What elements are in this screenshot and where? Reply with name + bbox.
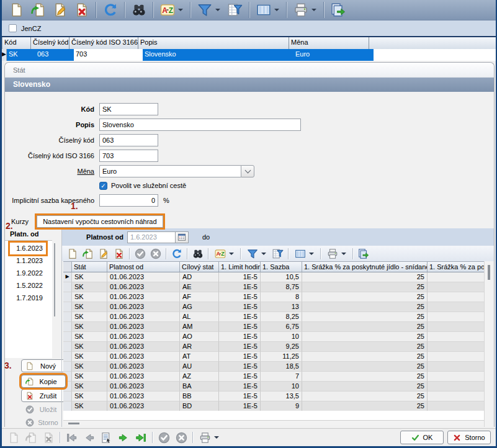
- filter-button[interactable]: [194, 1, 224, 19]
- table-row[interactable]: SK01.06.2023AT1E-511,2525: [63, 352, 486, 362]
- validity-date-item[interactable]: 1.5.2022: [10, 280, 46, 292]
- validity-date-item[interactable]: 1.6.2023: [10, 243, 46, 254]
- kapesne-input[interactable]: [99, 194, 158, 207]
- tab-nastaveni-nahrad[interactable]: Nastavení vypočtu cestovních náhrad: [37, 215, 163, 228]
- copy-button[interactable]: [27, 1, 49, 19]
- povolit-checkbox[interactable]: ✓: [99, 182, 107, 190]
- print-button[interactable]: [290, 1, 320, 19]
- column-header[interactable]: 1. Srážka % za poskytnuté jídlo - snídan…: [302, 262, 428, 272]
- platnost-od-input[interactable]: [127, 231, 176, 243]
- nový-side-button[interactable]: Nový: [21, 359, 66, 372]
- column-header[interactable]: 1. Sazba: [261, 262, 302, 272]
- table-row[interactable]: ▶SK01.06.2023AD1E-510,525: [63, 272, 486, 282]
- table-cell: [428, 342, 486, 352]
- filter-grid-button[interactable]: [224, 1, 246, 19]
- nav-first-button[interactable]: [63, 430, 80, 445]
- table-row[interactable]: SK01.06.2023BA1E-51025: [63, 382, 486, 392]
- vscroll-thumb[interactable]: [488, 265, 490, 280]
- table-cell: 25: [302, 382, 428, 392]
- validity-date-item[interactable]: 1.7.2019: [10, 292, 46, 304]
- nav-last-button[interactable]: [132, 430, 150, 445]
- storno-button[interactable]: Storno: [447, 431, 491, 444]
- print-button[interactable]: [195, 430, 223, 445]
- toolbar-separator: [152, 432, 153, 443]
- find-button[interactable]: [190, 247, 205, 261]
- table-cell: [428, 401, 486, 411]
- table-row[interactable]: SK01.06.2023AF1E-5825: [63, 292, 486, 302]
- validity-list-scrollbar[interactable]: [54, 243, 55, 316]
- table-row[interactable]: SK01.06.2023AU1E-518,525: [63, 362, 486, 372]
- table-row[interactable]: SK01.06.2023BD1E-5925: [63, 401, 486, 411]
- countries-grid: KódČíselný kódČíselný kód ISO 3166PopisM…: [2, 36, 496, 61]
- mena-input[interactable]: [99, 165, 241, 177]
- kod-input[interactable]: [99, 103, 158, 115]
- calendar-button[interactable]: [176, 231, 189, 243]
- cancel-circle-button[interactable]: [172, 430, 190, 445]
- export-button[interactable]: [356, 247, 371, 261]
- refresh-button[interactable]: [169, 247, 184, 261]
- jencz-checkbox[interactable]: [9, 24, 17, 32]
- table-row[interactable]: SK01.06.2023BB1E-513,525: [63, 392, 486, 401]
- column-header[interactable]: 1. Limit hodin: [219, 262, 261, 272]
- copy-button[interactable]: [80, 247, 96, 261]
- sort-az-button[interactable]: AZ: [211, 247, 238, 261]
- mena-label[interactable]: Měna: [5, 168, 99, 175]
- columns-button[interactable]: [253, 1, 283, 19]
- ciselny-kod-input[interactable]: [99, 134, 158, 146]
- column-header[interactable]: Kód: [2, 37, 31, 49]
- new-document-button[interactable]: [6, 1, 27, 19]
- table-cell: Euro: [293, 49, 374, 61]
- horizontal-scrollbar[interactable]: [63, 420, 486, 425]
- edit-button[interactable]: [96, 247, 111, 261]
- iso-kod-input[interactable]: [99, 150, 158, 162]
- table-row[interactable]: SK01.06.2023AZ1E-5725: [63, 372, 486, 382]
- sort-az-button[interactable]: AZ: [156, 1, 187, 19]
- ok-circle-button[interactable]: [132, 247, 148, 261]
- column-header[interactable]: Stát: [72, 262, 107, 272]
- new-document-button[interactable]: [65, 247, 80, 261]
- refresh-button[interactable]: [99, 1, 121, 19]
- table-row[interactable]: SK01.06.2023AO1E-51025: [63, 332, 486, 342]
- kopie-side-button[interactable]: Kopie: [21, 375, 66, 388]
- vertical-scrollbar[interactable]: [484, 261, 493, 427]
- column-header[interactable]: Měna: [289, 37, 369, 49]
- mena-dropdown-button[interactable]: [241, 165, 254, 177]
- column-header[interactable]: Číselný kód ISO 3166: [69, 37, 138, 49]
- hscroll-thumb[interactable]: [68, 423, 79, 424]
- column-header[interactable]: Popis: [138, 37, 289, 49]
- filter-grid-button[interactable]: [270, 247, 285, 261]
- delete-button[interactable]: [71, 1, 92, 19]
- export-button[interactable]: [327, 1, 349, 19]
- column-header[interactable]: 1. Srážka % za pos: [428, 262, 486, 272]
- nav-first-icon: [66, 432, 78, 444]
- ok-circle-button[interactable]: [155, 430, 172, 445]
- columns-button[interactable]: [291, 247, 318, 261]
- find-button[interactable]: [128, 1, 150, 19]
- cancel-circle-button[interactable]: [148, 247, 163, 261]
- filter-button[interactable]: [243, 247, 270, 261]
- table-row[interactable]: SK01.06.2023AE1E-58,7525: [63, 282, 486, 292]
- table-row[interactable]: SK01.06.2023AG1E-51325: [63, 302, 486, 312]
- nav-prev-button[interactable]: [80, 430, 97, 445]
- edit-button[interactable]: [49, 1, 71, 19]
- validity-date-item[interactable]: 1.1.2023: [10, 255, 46, 267]
- popis-input[interactable]: [99, 119, 301, 131]
- print-icon: [293, 2, 308, 17]
- print-button[interactable]: [323, 247, 350, 261]
- column-header[interactable]: Platnost od: [107, 262, 180, 272]
- column-header[interactable]: Číselný kód: [31, 37, 69, 49]
- nav-list-button[interactable]: [97, 430, 115, 445]
- ok-button[interactable]: OK: [400, 431, 444, 444]
- delete-button[interactable]: [111, 247, 127, 261]
- column-header[interactable]: Cílový stat: [180, 262, 219, 272]
- table-row[interactable]: ▶SK063703SlovenskoEuro: [2, 49, 496, 61]
- zrušit-side-button[interactable]: Zrušit: [21, 389, 66, 402]
- validity-date-item[interactable]: 1.9.2022: [10, 267, 46, 279]
- validity-list-header: Platn. od: [5, 227, 61, 239]
- table-row[interactable]: SK01.06.2023AR1E-59,2525: [63, 342, 486, 352]
- dropdown-caret-icon: [215, 9, 220, 11]
- dropdown-caret-icon: [274, 9, 279, 11]
- table-row[interactable]: SK01.06.2023AM1E-56,7525: [63, 322, 486, 332]
- table-row[interactable]: SK01.06.2023AL1E-58,2525: [63, 312, 486, 322]
- nav-next-button[interactable]: [115, 430, 132, 445]
